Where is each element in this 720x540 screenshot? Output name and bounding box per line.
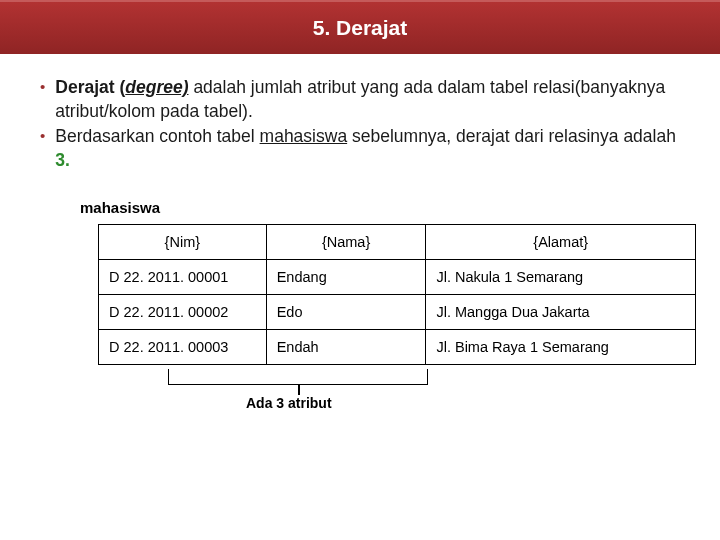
cell-nim: D 22. 2011. 00003 xyxy=(99,329,267,364)
bullet-2-text: Berdasarkan contoh tabel mahasiswa sebel… xyxy=(55,125,684,172)
bullet-dot-icon: • xyxy=(40,76,45,123)
slide-title: 5. Derajat xyxy=(313,16,408,40)
bullet-list: • Derajat (degree) adalah jumlah atribut… xyxy=(36,76,684,173)
table-row: D 22. 2011. 00003 Endah Jl. Bima Raya 1 … xyxy=(99,329,696,364)
cell-nama: Edo xyxy=(266,294,426,329)
bullet-dot-icon: • xyxy=(40,125,45,172)
cell-alamat: Jl. Mangga Dua Jakarta xyxy=(426,294,696,329)
bullet-2-mid: sebelumnya, derajat dari relasinya adala… xyxy=(347,126,676,146)
cell-nama: Endah xyxy=(266,329,426,364)
bullet-2-pre: Berdasarkan contoh tabel xyxy=(55,126,259,146)
bullet-1: • Derajat (degree) adalah jumlah atribut… xyxy=(36,76,684,123)
cell-alamat: Jl. Bima Raya 1 Semarang xyxy=(426,329,696,364)
cell-nama: Endang xyxy=(266,259,426,294)
col-header-alamat: {Alamat} xyxy=(426,224,696,259)
col-header-nim: {Nim} xyxy=(99,224,267,259)
bullet-1-text: Derajat (degree) adalah jumlah atribut y… xyxy=(55,76,684,123)
bullet-2-value: 3. xyxy=(55,150,70,170)
bracket-annotation: Ada 3 atribut xyxy=(98,365,696,415)
slide-header: 5. Derajat xyxy=(0,0,720,54)
bracket-stem xyxy=(298,385,300,395)
cell-nim: D 22. 2011. 00002 xyxy=(99,294,267,329)
bullet-2-under: mahasiswa xyxy=(260,126,348,146)
table-row: D 22. 2011. 00002 Edo Jl. Mangga Dua Jak… xyxy=(99,294,696,329)
slide-content: • Derajat (degree) adalah jumlah atribut… xyxy=(0,54,720,415)
bracket-label: Ada 3 atribut xyxy=(246,395,332,411)
bullet-2: • Berdasarkan contoh tabel mahasiswa seb… xyxy=(36,125,684,172)
bracket-shape xyxy=(168,369,428,385)
table-row: D 22. 2011. 00001 Endang Jl. Nakula 1 Se… xyxy=(99,259,696,294)
bullet-1-italic: degree) xyxy=(125,77,188,97)
bullet-1-bold: Derajat ( xyxy=(55,77,125,97)
cell-alamat: Jl. Nakula 1 Semarang xyxy=(426,259,696,294)
col-header-nama: {Nama} xyxy=(266,224,426,259)
mahasiswa-table: {Nim} {Nama} {Alamat} D 22. 2011. 00001 … xyxy=(98,224,696,365)
table-label: mahasiswa xyxy=(80,199,684,216)
table-header-row: {Nim} {Nama} {Alamat} xyxy=(99,224,696,259)
cell-nim: D 22. 2011. 00001 xyxy=(99,259,267,294)
